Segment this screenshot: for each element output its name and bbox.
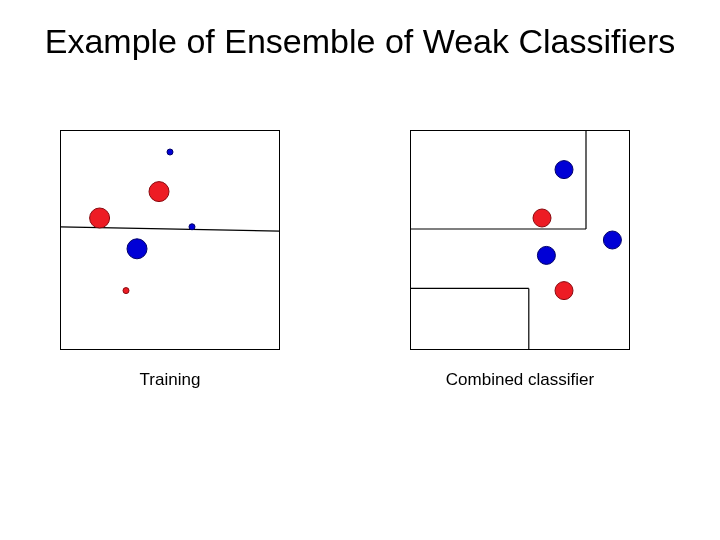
training-caption: Training: [60, 370, 280, 390]
data-point-blue: [555, 161, 573, 179]
data-point-blue: [537, 246, 555, 264]
training-panel-svg: [60, 130, 280, 350]
page-title: Example of Ensemble of Weak Classifiers: [0, 22, 720, 61]
panel-frame: [411, 131, 630, 350]
combined-caption: Combined classifier: [410, 370, 630, 390]
slide: Example of Ensemble of Weak Classifiers …: [0, 0, 720, 540]
combined-panel: [410, 130, 630, 350]
panel-frame: [61, 131, 280, 350]
data-point-red: [90, 208, 110, 228]
data-point-red: [149, 182, 169, 202]
data-point-blue: [189, 224, 195, 230]
data-point-blue: [127, 239, 147, 259]
data-point-red: [555, 282, 573, 300]
training-panel: [60, 130, 280, 350]
data-point-blue: [603, 231, 621, 249]
boundary-line: [60, 227, 280, 231]
combined-panel-svg: [410, 130, 630, 350]
data-point-red: [123, 288, 129, 294]
data-point-red: [533, 209, 551, 227]
data-point-blue: [167, 149, 173, 155]
